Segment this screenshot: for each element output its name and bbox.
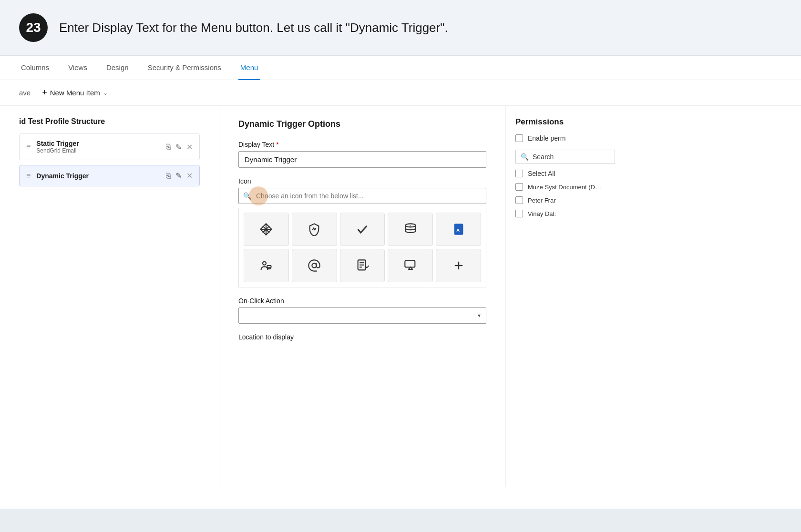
- icon-cell-person-card[interactable]: [244, 249, 289, 282]
- copy-icon[interactable]: ⎘: [166, 172, 171, 180]
- svg-point-12: [312, 263, 317, 267]
- save-label: ave: [19, 89, 31, 97]
- permission-user-row: Vinay Dal:: [515, 210, 615, 218]
- tab-menu[interactable]: Menu: [238, 56, 260, 80]
- on-click-group: On-Click Action ▾: [238, 297, 486, 324]
- step-description: Enter Display Text for the Menu button. …: [59, 20, 448, 35]
- copy-icon[interactable]: ⎘: [166, 143, 171, 151]
- tab-bar: Columns Views Design Security & Permissi…: [0, 56, 801, 80]
- icon-group: Icon 🔍: [238, 177, 486, 287]
- search-label: Search: [533, 153, 554, 161]
- tab-design[interactable]: Design: [104, 56, 131, 80]
- search-icon: 🔍: [243, 192, 251, 200]
- enable-permissions-checkbox[interactable]: [515, 134, 523, 142]
- right-panel: Permissions Enable perm 🔍 Search Select …: [505, 106, 625, 487]
- left-panel: id Test Profile Structure ≡ Static Trigg…: [0, 106, 219, 487]
- step-number: 23: [19, 13, 48, 42]
- panel-title: id Test Profile Structure: [19, 117, 200, 126]
- on-click-select[interactable]: [238, 307, 486, 324]
- delete-icon[interactable]: ✕: [186, 171, 193, 180]
- enable-permissions-row: Enable perm: [515, 134, 615, 142]
- display-text-group: Display Text *: [238, 141, 486, 168]
- toolbar: ave + New Menu Item ⌄: [0, 80, 801, 106]
- icon-cell-document-blue[interactable]: A: [436, 213, 481, 246]
- icon-cell-chat-monitor[interactable]: [388, 249, 433, 282]
- tab-columns[interactable]: Columns: [19, 56, 51, 80]
- icon-label: Icon: [238, 177, 486, 185]
- new-menu-item-button[interactable]: + New Menu Item ⌄: [38, 86, 112, 100]
- content-area: id Test Profile Structure ≡ Static Trigg…: [0, 106, 801, 487]
- new-menu-label: New Menu Item: [50, 89, 100, 97]
- icon-search-input[interactable]: [238, 188, 486, 204]
- edit-icon[interactable]: ✎: [175, 171, 182, 180]
- svg-text:A: A: [409, 225, 411, 227]
- svg-rect-10: [267, 266, 271, 268]
- form-title: Dynamic Trigger Options: [238, 119, 486, 129]
- menu-item-actions: ⎘ ✎ ✕: [166, 143, 193, 152]
- location-label: Location to display: [238, 333, 486, 341]
- plus-icon: +: [42, 88, 47, 98]
- select-all-label: Select All: [528, 170, 555, 177]
- display-text-label: Display Text *: [238, 141, 486, 148]
- user-checkbox-0[interactable]: [515, 183, 523, 191]
- required-indicator: *: [276, 141, 278, 148]
- svg-text:A: A: [456, 228, 460, 233]
- enable-permissions-label: Enable perm: [528, 134, 565, 142]
- permission-user-row: Muze Syst Document (Documer: [515, 183, 615, 192]
- center-panel: Dynamic Trigger Options Display Text * I…: [219, 106, 505, 487]
- user-checkbox-2[interactable]: [515, 210, 523, 217]
- user-name-0: Muze Syst Document (Documer: [528, 183, 604, 192]
- icon-input-wrapper: 🔍: [238, 188, 486, 204]
- select-all-row: Select All: [515, 170, 615, 177]
- on-click-select-wrapper: ▾: [238, 307, 486, 324]
- select-all-checkbox[interactable]: [515, 170, 523, 177]
- icon-grid: A A: [238, 208, 486, 287]
- svg-point-9: [263, 262, 266, 265]
- user-checkbox-1[interactable]: [515, 196, 523, 204]
- svg-rect-17: [405, 261, 415, 267]
- icon-cell-check[interactable]: [340, 213, 385, 246]
- edit-icon[interactable]: ✎: [175, 143, 182, 152]
- permissions-search[interactable]: 🔍 Search: [515, 150, 615, 164]
- menu-item-info: Dynamic Trigger: [36, 172, 160, 180]
- menu-item-name: Dynamic Trigger: [36, 172, 160, 180]
- icon-cell-database-a[interactable]: A: [388, 213, 433, 246]
- permission-user-row: Peter Frar: [515, 196, 615, 205]
- icon-cell-shield-bolt[interactable]: [292, 213, 337, 246]
- user-name-2: Vinay Dal:: [528, 210, 556, 218]
- search-icon: 🔍: [521, 153, 529, 161]
- permissions-title: Permissions: [515, 117, 615, 127]
- icon-cell-at-sign[interactable]: [292, 249, 337, 282]
- step-header: 23 Enter Display Text for the Menu butto…: [0, 0, 801, 56]
- icon-cell-document-list[interactable]: [340, 249, 385, 282]
- on-click-label: On-Click Action: [238, 297, 486, 305]
- drag-handle-icon: ≡: [26, 172, 31, 180]
- drag-handle-icon: ≡: [26, 143, 31, 151]
- icon-cell-diamond[interactable]: [244, 213, 289, 246]
- list-item: ≡ Static Trigger SendGrid Email ⎘ ✎ ✕: [19, 133, 200, 160]
- delete-icon[interactable]: ✕: [186, 143, 193, 152]
- icon-cell-plus[interactable]: [436, 249, 481, 282]
- main-container: Columns Views Design Security & Permissi…: [0, 56, 801, 509]
- display-text-input[interactable]: [238, 151, 486, 168]
- user-name-1: Peter Frar: [528, 196, 556, 205]
- tab-views[interactable]: Views: [66, 56, 89, 80]
- list-item: ≡ Dynamic Trigger ⎘ ✎ ✕: [19, 165, 200, 186]
- menu-item-name: Static Trigger: [36, 140, 160, 147]
- menu-item-info: Static Trigger SendGrid Email: [36, 140, 160, 154]
- chevron-down-icon: ⌄: [103, 90, 108, 96]
- menu-item-sub: SendGrid Email: [36, 147, 160, 154]
- menu-item-actions: ⎘ ✎ ✕: [166, 171, 193, 180]
- tab-security[interactable]: Security & Permissions: [146, 56, 223, 80]
